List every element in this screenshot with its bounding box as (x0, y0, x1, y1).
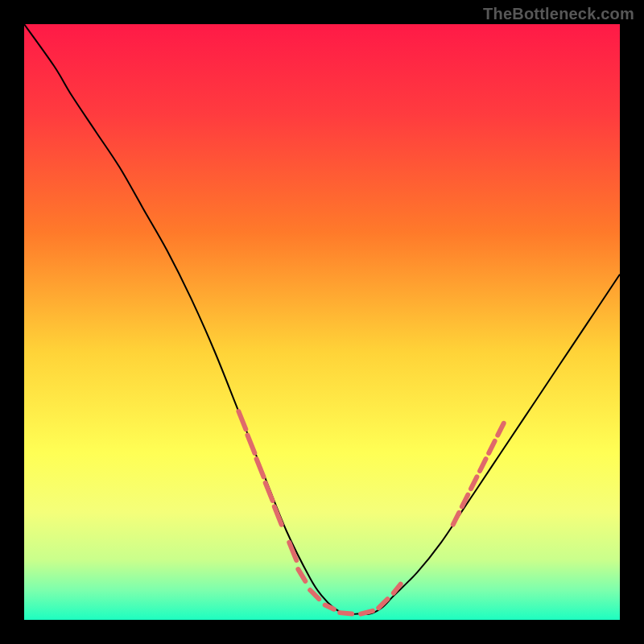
gradient-background (24, 24, 620, 620)
marker-dash (340, 613, 352, 613)
plot-area (24, 24, 620, 620)
plot-svg (24, 24, 620, 620)
marker-dash (361, 611, 373, 614)
chart-frame: TheBottleneck.com (0, 0, 644, 644)
watermark-text: TheBottleneck.com (483, 5, 634, 23)
